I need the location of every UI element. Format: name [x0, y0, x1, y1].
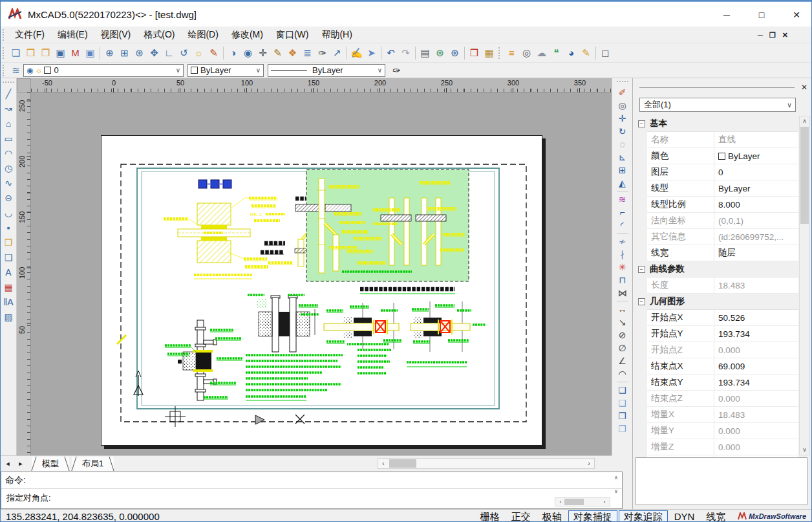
pan-icon[interactable]: ✥ — [147, 45, 162, 60]
menu-item-6[interactable]: 窗口(W) — [270, 27, 315, 43]
canvas-hscrollbar[interactable]: ‹ › — [378, 458, 595, 469]
rotate-icon[interactable]: ↻ — [615, 125, 630, 138]
detail-list-icon[interactable]: ≡ — [504, 45, 519, 60]
select-entity-icon[interactable]: ➤ — [364, 45, 379, 60]
status-toggle-3[interactable]: 对象捕捉 — [568, 510, 617, 522]
dim-radius-icon[interactable]: ⊘ — [615, 329, 630, 342]
command-input[interactable]: 指定对角点: — [1, 489, 622, 508]
mdi-restore-button[interactable]: ❐ — [769, 31, 776, 39]
rectangle-tool-icon[interactable]: ▭ — [1, 131, 16, 146]
copy-icon[interactable]: ◎ — [615, 99, 630, 112]
panel-grip[interactable] — [639, 87, 795, 88]
array-icon[interactable]: ⊞ — [615, 164, 630, 177]
draw-order-front-icon[interactable]: ❏ — [615, 384, 630, 397]
dim-arc-icon[interactable]: ◠ — [615, 367, 630, 380]
mtext-tool-icon[interactable]: ‖A — [1, 295, 16, 310]
menu-item-2[interactable]: 视图(V) — [94, 27, 138, 43]
status-toggle-1[interactable]: 正交 — [506, 510, 536, 522]
status-toggle-0[interactable]: 栅格 — [475, 510, 505, 522]
move-icon[interactable]: ✛ — [615, 112, 630, 125]
zoom-select-icon[interactable]: ◻ — [598, 45, 613, 60]
property-value[interactable]: 193.734 — [714, 375, 798, 391]
command-hscrollbar[interactable]: ‹ › — [555, 497, 610, 506]
mxcad-convert-icon[interactable]: M — [68, 45, 83, 60]
dim-angular-icon[interactable]: ∠ — [615, 354, 630, 367]
hatch-tool-icon[interactable]: ▨ — [1, 310, 16, 325]
property-value[interactable]: 193.734 — [714, 326, 798, 342]
menu-item-5[interactable]: 修改(M) — [225, 27, 270, 43]
scroll-right-icon[interactable]: › — [584, 459, 594, 468]
zoom-previous-icon[interactable]: ↺ — [176, 45, 191, 60]
point-move-icon[interactable]: ✛ — [255, 45, 270, 60]
image-tool-icon[interactable]: ▦ — [1, 280, 16, 295]
save-icon[interactable]: ▣ — [53, 45, 68, 60]
offset-icon[interactable]: ⊾ — [615, 151, 630, 164]
mdi-close-button[interactable]: ✕ — [782, 31, 788, 39]
draw-order-below-icon[interactable]: ❐ — [615, 422, 630, 435]
redline-pen-icon[interactable]: ✎ — [206, 45, 221, 60]
tab-next-button[interactable]: ► — [15, 459, 27, 470]
text-style-icon[interactable]: ✍ — [349, 45, 364, 60]
dim-aligned-icon[interactable]: ↘ — [615, 316, 630, 329]
status-toggle-4[interactable]: 对象追踪 — [619, 510, 668, 522]
ellipse-tool-icon[interactable]: ⊝ — [1, 191, 16, 206]
menu-item-0[interactable]: 文件(F) — [8, 27, 51, 43]
linewidth-brush-icon[interactable]: ✑ — [389, 63, 404, 78]
status-toggle-5[interactable]: DYN — [669, 510, 700, 522]
zoom-window-icon[interactable]: ⊞ — [117, 45, 132, 60]
palette-icon[interactable]: ❖ — [285, 45, 300, 60]
scrollbar-thumb[interactable] — [389, 459, 416, 468]
zoom-scale-icon[interactable]: ⊕ — [102, 45, 117, 60]
command-vscrollbar[interactable]: ∧ ∨ — [612, 473, 621, 499]
spline-tool-icon[interactable]: ∿ — [1, 176, 16, 191]
layers-manager-icon[interactable]: ≋ — [8, 63, 23, 78]
revision-cloud-icon[interactable]: ☁ — [534, 45, 549, 60]
ucs-axis-icon[interactable]: ∟ — [162, 45, 176, 60]
tab-layout[interactable]: 布局1 — [72, 457, 114, 471]
brightness-icon[interactable]: ☼ — [191, 45, 206, 60]
scale-icon[interactable]: ◌ — [615, 138, 630, 151]
scroll-left-icon[interactable]: ‹ — [378, 459, 389, 468]
menu-item-1[interactable]: 编辑(E) — [51, 27, 94, 43]
drawing-canvas[interactable]: .txY{stroke:#f0f000;stroke-width:4;strok… — [31, 92, 612, 455]
status-toggle-6[interactable]: 线宽 — [701, 510, 731, 522]
undo-icon[interactable]: ↶ — [383, 45, 398, 60]
draw-order-back-icon[interactable]: ❏ — [615, 397, 630, 409]
tag-icon[interactable]: ◎ — [519, 45, 534, 60]
collapse-icon[interactable]: − — [638, 120, 645, 127]
redo-icon[interactable]: ↷ — [398, 45, 413, 60]
dim-linear-icon[interactable]: ↔ — [615, 303, 630, 316]
layer-select[interactable]: ◉ ☼ 0 ∨ — [23, 64, 184, 77]
menu-item-7[interactable]: 帮助(H) — [315, 27, 358, 43]
image-export-icon[interactable]: ▦ — [482, 45, 497, 60]
menu-item-3[interactable]: 格式(O) — [137, 27, 181, 43]
zoom-extents-icon[interactable]: ⊛ — [132, 45, 147, 60]
open-file-icon[interactable]: ❒ — [23, 45, 38, 60]
export-view-icon[interactable]: ↗ — [330, 45, 345, 60]
scroll-down-icon[interactable]: ∨ — [612, 487, 621, 495]
close-button[interactable]: ✕ — [788, 6, 805, 23]
color-lines-icon[interactable]: ≣ — [300, 45, 315, 60]
circle-mark-icon[interactable]: ◕ — [564, 45, 579, 60]
chamfer-icon[interactable]: ⌐ — [615, 206, 630, 219]
property-value[interactable]: 随层 — [714, 245, 798, 261]
scroll-down-icon[interactable]: ∨ — [800, 445, 809, 455]
break-at-point-icon[interactable]: ∤ — [615, 248, 630, 261]
print-icon[interactable]: ▤ — [418, 45, 433, 60]
save-as-icon[interactable]: ▣ — [83, 45, 98, 60]
scroll-up-icon[interactable]: ∧ — [612, 473, 621, 482]
menu-item-4[interactable]: 绘图(D) — [181, 27, 224, 43]
selection-filter-select[interactable]: 全部(1) ∨ — [639, 98, 796, 112]
scrollbar-thumb[interactable] — [564, 499, 584, 505]
status-toggle-2[interactable]: 极轴 — [537, 510, 567, 522]
property-value[interactable]: 8.000 — [714, 197, 798, 213]
color-select[interactable]: ByLayer ∨ — [187, 64, 264, 77]
property-value[interactable]: 0 — [714, 164, 798, 180]
open-project-icon[interactable]: ❐ — [38, 45, 53, 60]
explode-icon[interactable]: ✳ — [615, 261, 630, 274]
break-icon[interactable]: ≁ — [615, 235, 630, 248]
annotate-pencil-icon[interactable]: ✎ — [579, 45, 593, 60]
property-value[interactable]: 50.526 — [714, 310, 798, 326]
maximize-button[interactable]: □ — [753, 6, 770, 23]
collapse-icon[interactable]: − — [638, 298, 645, 305]
